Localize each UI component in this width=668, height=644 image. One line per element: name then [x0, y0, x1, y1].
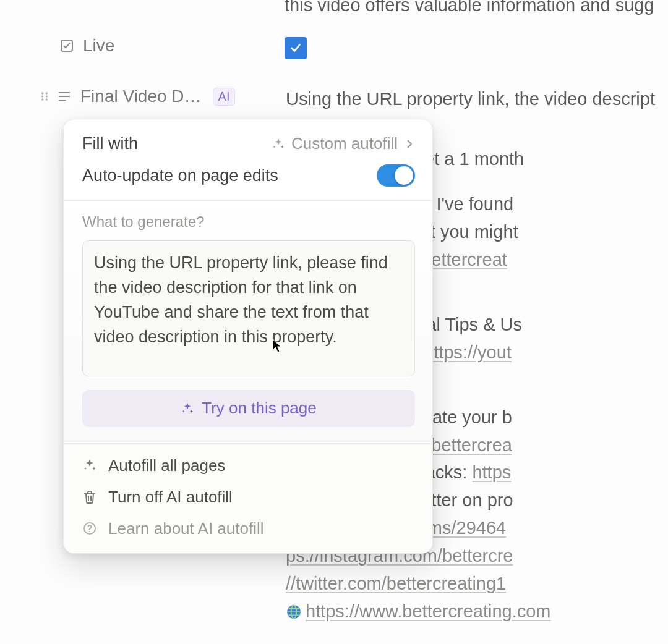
text-property-icon	[57, 89, 72, 104]
link[interactable]: https	[472, 462, 511, 482]
ai-badge: AI	[213, 88, 236, 106]
property-label-live: Live	[83, 36, 114, 56]
auto-update-row: Auto-update on page edits	[82, 164, 415, 187]
svg-point-5	[41, 98, 43, 100]
svg-point-4	[46, 95, 48, 97]
prompt-input[interactable]: Using the URL property link, please find…	[82, 240, 415, 376]
chevron-right-icon	[404, 138, 415, 150]
globe-icon	[286, 600, 302, 616]
svg-point-2	[46, 92, 48, 94]
prompt-section: What to generate? Using the URL property…	[64, 201, 432, 443]
svg-point-6	[46, 98, 48, 100]
try-button-label: Try on this page	[202, 399, 316, 418]
ai-autofill-popover: Fill with Custom autofill Auto-update on…	[63, 119, 433, 554]
auto-update-toggle[interactable]	[377, 164, 415, 187]
body-line: Using the URL property link, the video d…	[286, 85, 668, 113]
checkbox-value-live[interactable]	[285, 37, 307, 59]
property-row-final-video[interactable]: Final Video D… AI	[38, 87, 235, 106]
toggle-knob	[395, 166, 413, 185]
custom-autofill-option[interactable]: Custom autofill	[272, 134, 415, 153]
autofill-all-label: Autofill all pages	[108, 456, 225, 475]
drag-handle-icon[interactable]	[38, 90, 51, 103]
sparkle-icon	[181, 402, 194, 415]
turn-off-label: Turn off AI autofill	[108, 488, 233, 507]
body-line: https://www.bettercreating.com	[286, 598, 668, 625]
svg-point-15	[89, 531, 90, 532]
custom-autofill-label: Custom autofill	[291, 134, 398, 153]
autofill-all-pages-item[interactable]: Autofill all pages	[64, 450, 432, 481]
body-text-fragment: this video offers valuable information a…	[285, 0, 668, 15]
property-label-final-video: Final Video D…	[80, 87, 202, 106]
popover-footer: Autofill all pages Turn off AI autofill …	[64, 443, 432, 553]
learn-about-ai-autofill-item[interactable]: Learn about AI autofill	[64, 513, 432, 544]
sparkle-icon	[82, 458, 97, 473]
checkbox-property-icon	[59, 38, 74, 53]
svg-point-3	[41, 95, 43, 97]
link[interactable]: https://www.bettercreating.com	[306, 601, 551, 621]
try-on-this-page-button[interactable]: Try on this page	[82, 390, 415, 427]
property-row-live[interactable]: Live	[38, 36, 114, 56]
fill-with-label: Fill with	[82, 134, 138, 153]
help-icon	[82, 521, 97, 536]
auto-update-label: Auto-update on page edits	[82, 166, 278, 185]
learn-label: Learn about AI autofill	[108, 519, 264, 538]
link[interactable]: https://yout	[424, 342, 512, 362]
svg-point-1	[41, 92, 43, 94]
fill-with-row[interactable]: Fill with Custom autofill	[82, 134, 415, 153]
popover-header: Fill with Custom autofill Auto-update on…	[64, 119, 432, 201]
link[interactable]: //twitter.com/bettercreating1	[286, 570, 668, 598]
trash-icon	[82, 489, 97, 504]
what-to-generate-label: What to generate?	[82, 213, 415, 231]
drag-handle-placeholder	[38, 40, 51, 52]
mouse-cursor	[272, 339, 283, 354]
turn-off-ai-autofill-item[interactable]: Turn off AI autofill	[64, 481, 432, 513]
sparkle-icon	[272, 137, 285, 151]
